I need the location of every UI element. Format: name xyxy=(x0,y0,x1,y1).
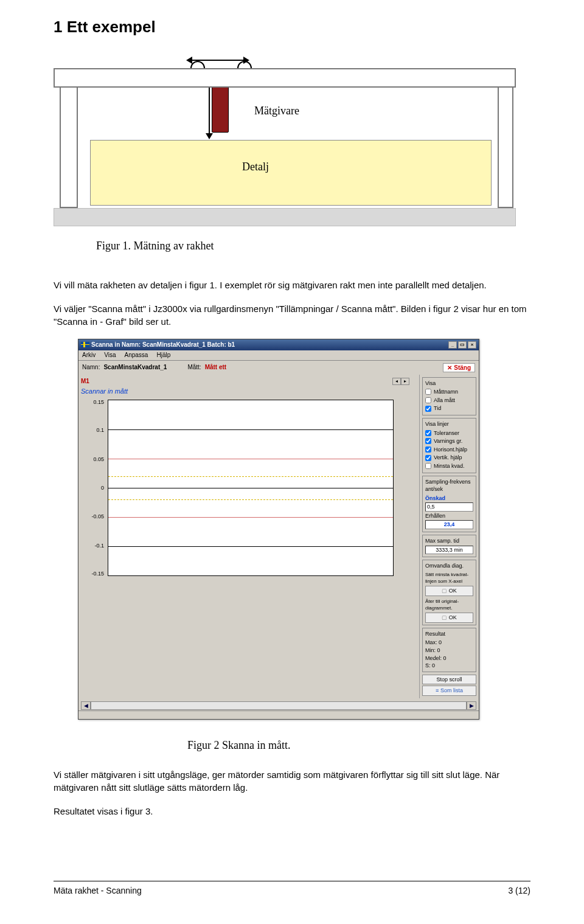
visa-title: Visa xyxy=(425,380,473,387)
menubar: Arkiv Visa Anpassa Hjälp xyxy=(78,350,479,361)
onskad-value[interactable]: 0,5 xyxy=(425,502,473,512)
maximize-button[interactable]: ▭ xyxy=(458,341,467,349)
detail-label: Detalj xyxy=(242,159,269,175)
side-panel: Visa Måttnamn Alla mått Tid Visa linjer … xyxy=(419,375,479,698)
top-beam xyxy=(54,68,516,88)
erhallen-value: 23,4 xyxy=(425,520,473,529)
statusbar xyxy=(78,710,479,719)
horizontal-arrow-icon xyxy=(187,60,248,61)
figure-2-caption: Figur 2 Skanna in mått. xyxy=(187,738,530,753)
ytick: -0.1 xyxy=(81,542,104,550)
chk-minsta[interactable]: Minsta kvad. xyxy=(425,462,473,470)
figure-1-diagram: Mätgivare Detalj xyxy=(54,68,516,226)
window-title: Scanna in Namn: ScanMinstaKvadrat_1 Batc… xyxy=(91,341,235,349)
omvandla-text: Sätt minsta kvadrat-linjen som X-axel xyxy=(425,571,473,585)
som-lista-button[interactable]: ≡ Som lista xyxy=(422,686,476,696)
scan-status-label: Scannar in mått xyxy=(81,387,417,396)
ytick: -0.05 xyxy=(81,513,104,521)
scroll-left-icon[interactable]: ◀ xyxy=(81,701,91,710)
scan-chart: 0.15 0.1 0.05 0 -0.05 -0.1 -0.15 xyxy=(81,397,397,586)
ytick: 0.1 xyxy=(81,426,104,434)
warning-line xyxy=(108,499,393,500)
menu-visa[interactable]: Visa xyxy=(104,351,116,360)
tolerance-line xyxy=(108,517,393,518)
zero-line xyxy=(108,488,393,488)
ytick: 0 xyxy=(81,484,104,492)
back-title: Åter till original-diagrammet. xyxy=(425,598,473,611)
paragraph-2: Vi väljer "Scanna mått" i Jz3000x via ru… xyxy=(54,302,530,328)
paragraph-3: Vi ställer mätgivaren i sitt utgångsläge… xyxy=(54,768,530,794)
menu-anpassa[interactable]: Anpassa xyxy=(125,351,148,360)
paragraph-4: Resultatet visas i figur 3. xyxy=(54,805,530,818)
chk-vertik[interactable]: Vertik. hjälp xyxy=(425,454,473,462)
menu-hjalp[interactable]: Hjälp xyxy=(156,351,170,360)
tolerance-line xyxy=(108,459,393,459)
vertical-arrow-icon xyxy=(209,86,210,138)
warning-line xyxy=(108,476,393,477)
close-button[interactable]: ✕ Stäng xyxy=(443,363,475,372)
measure-label: Mått: xyxy=(187,363,201,372)
menu-arkiv[interactable]: Arkiv xyxy=(82,351,96,360)
scroll-right-icon[interactable]: ▶ xyxy=(467,701,476,710)
resultat-title: Resultat xyxy=(425,630,473,638)
window-titlebar[interactable]: Scanna in Namn: ScanMinstaKvadrat_1 Batc… xyxy=(78,339,479,350)
stop-scroll-button[interactable]: Stop scroll xyxy=(422,675,476,685)
chk-alla-matt[interactable]: Alla mått xyxy=(425,397,473,405)
erhallen-label: Erhållen xyxy=(425,512,473,520)
left-post xyxy=(60,86,78,208)
maxsamp-value: 3333,3 min xyxy=(425,546,473,555)
sampling-title: Sampling-frekvens ant/sek xyxy=(425,478,473,493)
chk-horisont[interactable]: Horisont.hjälp xyxy=(425,446,473,454)
scroll-track[interactable] xyxy=(91,701,467,710)
resultat-group: Resultat Max: 0 Min: 0 Medel: 0 S: 0 xyxy=(422,628,476,672)
maxsamp-label: Max samp. tid xyxy=(425,537,473,545)
paragraph-1: Vi vill mäta rakheten av detaljen i figu… xyxy=(54,279,530,291)
ytick: -0.15 xyxy=(81,570,104,578)
name-value: ScanMinstaKvadrat_1 xyxy=(103,363,167,372)
ytick: 0.05 xyxy=(81,456,104,464)
resultat-max: Max: 0 xyxy=(425,639,473,647)
footer-right: 3 (12) xyxy=(508,885,530,897)
close-window-button[interactable]: × xyxy=(468,341,476,349)
base-plate xyxy=(54,208,516,226)
chk-varning[interactable]: Varnings gr. xyxy=(425,437,473,445)
visa-linjer-group: Visa linjer Toleranser Varnings gr. Hori… xyxy=(422,418,476,473)
resultat-medel: Medel: 0 xyxy=(425,655,473,662)
back-ok-button[interactable]: ▢ OK xyxy=(425,613,473,623)
gridline xyxy=(108,546,393,547)
chk-toleranser[interactable]: Toleranser xyxy=(425,429,473,437)
scroll-left-icon[interactable]: ◂ xyxy=(392,378,401,385)
resultat-s: S: 0 xyxy=(425,662,473,670)
omvandla-ok-button[interactable]: ▢ OK xyxy=(425,586,473,596)
visa-linjer-title: Visa linjer xyxy=(425,420,473,428)
horizontal-scrollbar[interactable]: ◀ ▶ xyxy=(81,701,476,710)
figure-1-caption: Figur 1. Mätning av rakhet xyxy=(96,238,530,254)
minimize-button[interactable]: _ xyxy=(448,341,457,349)
m1-label: M1 xyxy=(81,377,89,386)
gridline xyxy=(108,429,393,430)
visa-group: Visa Måttnamn Alla mått Tid xyxy=(422,377,476,415)
onskad-label: Önskad xyxy=(425,495,473,502)
close-icon: ✕ xyxy=(447,364,454,371)
maxsamp-group: Max samp. tid 3333,3 min xyxy=(422,535,476,557)
plot-area xyxy=(108,400,394,576)
measure-value: Mått ett xyxy=(205,363,227,372)
list-icon: ≡ xyxy=(436,687,440,693)
right-post xyxy=(498,86,513,208)
scanna-in-window: Scanna in Namn: ScanMinstaKvadrat_1 Batc… xyxy=(78,339,479,720)
sensor-label: Mätgivare xyxy=(254,103,299,119)
flag-icon xyxy=(81,342,89,347)
chk-mattnamn[interactable]: Måttnamn xyxy=(425,388,473,396)
section-heading: 1 Ett exempel xyxy=(54,16,530,38)
ytick: 0.15 xyxy=(81,398,104,406)
chk-tid[interactable]: Tid xyxy=(425,405,473,412)
resultat-min: Min: 0 xyxy=(425,647,473,655)
scroll-right-icon[interactable]: ▸ xyxy=(401,378,409,385)
omvandla-group: Omvandla diag. Sätt minsta kvadrat-linje… xyxy=(422,560,476,625)
info-bar: Namn: ScanMinstaKvadrat_1 Mått: Mått ett… xyxy=(78,361,479,375)
workpiece xyxy=(90,140,492,206)
sampling-group: Sampling-frekvens ant/sek Önskad 0,5 Erh… xyxy=(422,476,476,533)
omvandla-title: Omvandla diag. xyxy=(425,562,473,570)
footer-left: Mäta rakhet - Scanning xyxy=(54,885,142,897)
sensor-gauge xyxy=(212,86,229,133)
